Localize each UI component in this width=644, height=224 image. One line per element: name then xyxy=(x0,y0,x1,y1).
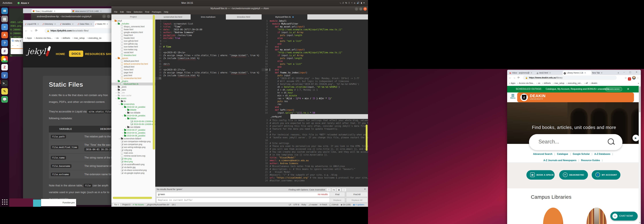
page-scrollbar[interactable]: ▼ xyxy=(639,86,641,224)
bookmark[interactable]: ▪os xyxy=(536,82,540,84)
tree-item[interactable]: >billable xyxy=(112,108,155,111)
chevron-icon[interactable]: v xyxy=(122,106,124,109)
find-button[interactable]: Find xyxy=(330,192,345,197)
tree-item[interactable]: v_includes xyxy=(112,22,155,25)
chevron-icon[interactable]: > xyxy=(125,109,127,112)
code-line[interactable]: 7exclude: True xyxy=(155,37,262,40)
menu-item[interactable]: Selection xyxy=(134,11,142,13)
tree-item[interactable]: icon-github.html xyxy=(112,39,155,42)
code-line[interactable]: 12 "http://www.example.com/#{input}?#{Ti… xyxy=(262,51,368,54)
code-line[interactable]: 31 end xyxy=(262,106,368,109)
back-forward-icons[interactable]: ←→ xyxy=(12,44,23,47)
tree-item[interactable]: screenshot-list.html xyxy=(112,77,155,80)
replace-input[interactable]: Replace in current buffer xyxy=(156,198,330,203)
learn-more-button[interactable]: LEARN MORE xyxy=(605,87,622,91)
bookmark[interactable]: ▪afl xyxy=(584,82,588,84)
bookmark[interactable]: ▪deakin xyxy=(590,82,597,84)
bookmark[interactable]: ▪skillsets xyxy=(542,82,551,84)
code-line[interactable]: 6 puts input.length xyxy=(262,34,368,37)
tree-item[interactable]: >.sass-cache xyxy=(112,94,155,97)
code-line[interactable]: 6permalink: /notes/time xyxy=(155,34,262,37)
code-line[interactable]: 9 end xyxy=(262,42,368,45)
code-line[interactable]: 22 # Will assume UTC, but logic is indep… xyxy=(262,80,368,83)
menu-dots-icon[interactable]: ⋮ xyxy=(637,77,639,79)
status-item[interactable]: 18:1 xyxy=(172,204,176,206)
code-line[interactable]: 5 if input.is_a? Array xyxy=(262,31,368,34)
replace-button[interactable]: Replace xyxy=(330,198,345,203)
code-line[interactable]: 14# You can create any custom variable y… xyxy=(262,151,368,153)
library-search-box[interactable]: Search... xyxy=(529,134,622,150)
config-yml-editor[interactable]: 3# This config file is meant for setting… xyxy=(262,119,368,187)
bookmark[interactable]: ▪Apps xyxy=(25,37,32,39)
chat-now-button[interactable]: ••• CHAT NOW! xyxy=(610,212,638,221)
tray-icon[interactable]: ⚙ xyxy=(354,1,357,4)
forward-icon[interactable]: → xyxy=(513,76,518,79)
tray-icon[interactable]: ᛒ xyxy=(348,1,351,4)
show-applications-button[interactable] xyxy=(2,199,8,205)
replace-all-button[interactable]: Replace All xyxy=(346,198,368,203)
banner-close-icon[interactable]: ✕ xyxy=(627,87,629,91)
code-line[interactable]: 13{% assign image_files = site.static_fi… xyxy=(155,54,262,57)
activities-button[interactable]: Activities xyxy=(2,1,12,4)
code-line[interactable]: 1--- xyxy=(155,19,262,22)
code-line[interactable]: 22#baseurl: "/" # the subpath of your si… xyxy=(262,174,368,176)
status-item[interactable]: ▣ 4 updates xyxy=(353,204,364,206)
status-item[interactable]: ⎇ master xyxy=(308,204,318,206)
focused-app-menu[interactable]: Atom ▾ xyxy=(18,1,29,4)
jekyll-logo[interactable]: jekyll xyxy=(27,46,50,57)
nav-home[interactable]: HOME xyxy=(56,52,65,56)
nav-resources[interactable]: RESOURCES xyxy=(85,52,105,56)
tree-item[interactable]: default-post.html xyxy=(112,60,155,62)
library-photo[interactable] xyxy=(543,208,563,224)
new-tab-button[interactable]: + xyxy=(618,71,619,74)
chevron-icon[interactable]: > xyxy=(122,129,124,132)
tree-item[interactable]: vis-bertin.jpg xyxy=(112,166,155,169)
bookmark[interactable]: ▪os xyxy=(55,37,59,39)
tree-item[interactable]: v_layouts xyxy=(112,57,155,60)
code-line[interactable]: 4 "http://www.example.com/#{input}?#{Tim… xyxy=(262,28,368,31)
tree-item[interactable]: page.html xyxy=(112,71,155,74)
book-a-space-button[interactable]: ▦BOOK A SPACE xyxy=(526,170,554,180)
menu-item[interactable]: Packages xyxy=(152,11,161,13)
code-line[interactable]: 4# which you are expected to set up once… xyxy=(262,122,368,125)
tree-item[interactable]: >2019-03-27_postdoc xyxy=(112,129,155,131)
search-icon[interactable] xyxy=(608,138,614,144)
browser-tab[interactable]: ◍test2.html✕ xyxy=(536,71,564,75)
code-line[interactable]: 33 input.split("-")[1].to_i * 50 xyxy=(262,111,368,114)
status-item[interactable]: ◯ GitHub xyxy=(329,204,338,206)
dock-app-icon[interactable]: ✉ xyxy=(1,7,8,14)
maximize-button[interactable]: ▢ xyxy=(359,7,362,11)
tray-icon[interactable]: ▾ xyxy=(364,1,366,4)
my-account-button[interactable]: 👤MY ACCOUNT xyxy=(592,170,620,180)
close-tab-icon[interactable]: ✕ xyxy=(106,23,108,25)
tree-item[interactable]: 2019-03-06-124500-evidence xyxy=(112,123,155,126)
editor-tab[interactable]: screenshot-list.html xyxy=(155,14,190,19)
close-tab-icon[interactable]: ✕ xyxy=(54,10,56,12)
myassetfilter-editor[interactable]: 1module Jekyll2 module MyAssetFilter3 de… xyxy=(262,19,368,114)
tree-item[interactable]: >_posts xyxy=(112,85,155,88)
browser-tab[interactable]: MInbox - anjsimmo@✕ xyxy=(508,71,537,75)
scrollbar-thumb[interactable] xyxy=(639,86,640,112)
dock-app-icon[interactable]: ≡ xyxy=(1,24,8,30)
code-line[interactable]: 16 puts "not a list" xyxy=(262,63,368,65)
code-line[interactable]: 10 xyxy=(262,139,368,142)
dock-app-icon[interactable]: 💬 xyxy=(1,96,8,103)
tree-vertical-scrollbar[interactable] xyxy=(153,15,155,150)
tray-icon[interactable]: 2% xyxy=(342,1,348,4)
tree-item[interactable]: >non-billable xyxy=(112,111,155,114)
editor-tab[interactable]: time.markdown xyxy=(190,14,226,19)
tree-item[interactable]: vis-austrafficwatch.png xyxy=(112,163,155,166)
tree-item[interactable]: tiles2.png xyxy=(112,160,155,163)
nav-showcase[interactable]: SHOWCASE xyxy=(106,52,112,56)
tree-item[interactable]: default-screenshot-list.html xyxy=(112,62,155,65)
tree-item[interactable]: vbillable xyxy=(112,117,155,120)
browser-tab[interactable]: /Static Fil✕ xyxy=(94,21,112,27)
tree-item[interactable]: >_sass xyxy=(112,88,155,91)
quick-link[interactable]: A-Z Journals and Newspapers xyxy=(544,159,576,162)
code-line[interactable]: 23url: "https://visualmodel.org" # the b… xyxy=(262,176,368,179)
dock-app-icon[interactable]: A xyxy=(1,32,8,38)
editor-tab[interactable]: MyAssetFilter.rb xyxy=(262,14,308,19)
browser-tab[interactable]: view-source:127.0.0.1:400✕ xyxy=(71,9,104,13)
nav-docs[interactable]: DOCS xyxy=(69,50,83,57)
close-tab-icon[interactable]: ✕ xyxy=(38,23,39,25)
